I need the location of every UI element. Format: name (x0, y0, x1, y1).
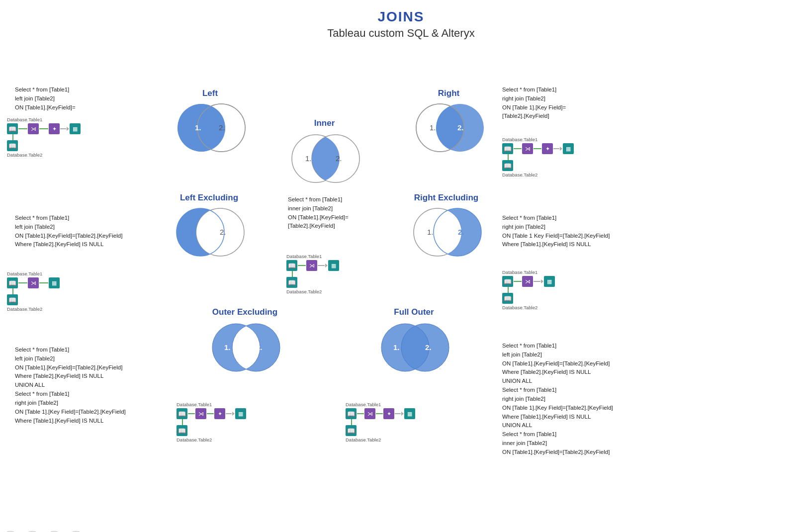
svg-text:2.: 2. (458, 228, 464, 236)
workflow-full-outer: Database.Table1 📖 ⋊ ✦ ▦ 📖 Database.Table… (346, 402, 415, 443)
svg-text:1.: 1. (224, 343, 231, 352)
inner-sql: Select * from [Table1] inner join [Table… (288, 195, 349, 231)
svg-text:2.: 2. (220, 228, 226, 236)
main-title: JOINS (0, 0, 802, 25)
full-outer-sql: Select * from [Table1] left join [Table2… (502, 342, 613, 457)
left-sql: Select * from [Table1] left join [Table2… (15, 86, 76, 112)
right-excl-sql: Select * from [Table1] right join [Table… (502, 214, 610, 249)
right-sql: Select * from [Table1] right join [Table… (502, 86, 566, 121)
venn-left: Left 1. 2. (169, 89, 251, 155)
workflow-left: Database.Table1 📖 ⋊ ✦ ▦ 📖 Database.Table… (7, 117, 81, 158)
svg-text:1.: 1. (305, 154, 312, 163)
venn-full-outer: Full Outer 1. 2. (370, 307, 457, 376)
svg-text:1.: 1. (427, 228, 434, 236)
workflow-left-excl: Database.Table1 📖 ⋊ ▦ 📖 Database.Table2 (7, 271, 60, 312)
svg-text:2.: 2. (336, 154, 342, 163)
svg-text:2.: 2. (256, 343, 263, 352)
outer-excl-sql: Select * from [Table1] left join [Table2… (15, 346, 126, 425)
venn-right: Right 1. 2. (408, 89, 490, 155)
svg-text:2.: 2. (425, 343, 432, 352)
svg-text:1.: 1. (430, 123, 436, 132)
svg-text:2.: 2. (457, 123, 464, 132)
venn-right-excluding: Right Excluding 1. 2. (405, 193, 487, 260)
sub-title: Tableau custom SQL & Alteryx (0, 27, 802, 40)
workflow-right: Database.Table1 📖 ⋊ ✦ ▦ 📖 Database.Table… (502, 137, 574, 177)
svg-text:2.: 2. (219, 123, 225, 132)
workflow-outer-excl: Database.Table1 📖 ⋊ ✦ ▦ 📖 Database.Table… (177, 402, 246, 443)
left-excl-sql: Select * from [Table1] left join [Table2… (15, 214, 122, 249)
svg-text:1.: 1. (393, 343, 400, 352)
workflow-right-excl: Database.Table1 📖 ⋊ ▦ 📖 Database.Table2 (502, 269, 555, 310)
venn-inner: Inner 1. 2. (283, 118, 365, 187)
venn-outer-excluding: Outer Excluding 1. 2. (201, 307, 288, 376)
workflow-inner: Database.Table1 📖 ⋊ ▦ 📖 Database.Table2 (286, 254, 339, 294)
svg-text:1.: 1. (195, 123, 201, 132)
svg-text:1.: 1. (190, 228, 196, 236)
venn-left-excluding: Left Excluding 1. 2. (168, 193, 250, 260)
